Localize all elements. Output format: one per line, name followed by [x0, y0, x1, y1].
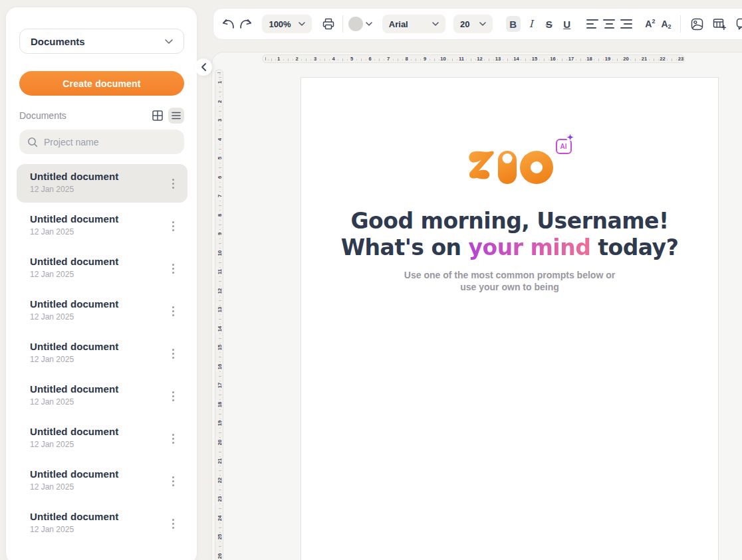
- document-date: 12 Jan 2025: [30, 482, 187, 492]
- document-page[interactable]: AI ✦ Good morning, Username! What's on y…: [301, 77, 719, 560]
- document-list-item[interactable]: Untitled document 12 Jan 2025: [17, 377, 187, 415]
- document-title: Untitled document: [30, 256, 187, 267]
- document-menu-button[interactable]: [168, 218, 178, 234]
- ai-badge: AI ✦: [556, 139, 572, 154]
- grid-view-button[interactable]: [150, 108, 166, 124]
- document-title: Untitled document: [30, 468, 187, 480]
- document-list-item[interactable]: Untitled document 12 Jan 2025: [17, 504, 187, 543]
- redo-icon: [239, 19, 253, 30]
- zio-logo: AI ✦: [467, 149, 553, 184]
- greeting-line1: Good morning, Username!: [301, 208, 718, 234]
- logo-letter-z: [467, 149, 495, 184]
- greeting-subtitle: Use one of the most common prompts below…: [301, 270, 718, 293]
- insert-table-button[interactable]: [711, 15, 729, 33]
- collapse-sidebar-button[interactable]: [195, 58, 212, 76]
- image-icon: [691, 18, 703, 31]
- document-date: 12 Jan 2025: [30, 355, 187, 364]
- search-box[interactable]: [19, 130, 184, 154]
- document-list-item[interactable]: Untitled document 12 Jan 2025: [17, 164, 187, 203]
- logo-letter-o: [520, 151, 553, 184]
- document-date: 12 Jan 2025: [30, 227, 187, 236]
- zoom-select[interactable]: 100%: [262, 15, 312, 33]
- workspace-dropdown[interactable]: Documents: [19, 29, 184, 54]
- document-list-item[interactable]: Untitled document 12 Jan 2025: [17, 334, 187, 373]
- vertical-ruler: 1234567891011121314151617181920212223242…: [215, 69, 223, 560]
- document-menu-button[interactable]: [168, 515, 178, 531]
- bold-button[interactable]: B: [506, 16, 521, 32]
- italic-button[interactable]: I: [524, 16, 539, 32]
- chevron-down-icon: [165, 39, 173, 44]
- document-date: 12 Jan 2025: [30, 397, 187, 407]
- list-view-button[interactable]: [168, 108, 184, 124]
- document-date: 12 Jan 2025: [30, 270, 187, 279]
- strikethrough-button[interactable]: S: [542, 16, 556, 32]
- greeting-highlight: your mind: [469, 234, 591, 260]
- chevron-left-icon: [201, 63, 206, 71]
- align-right-button[interactable]: [618, 15, 635, 33]
- underline-button[interactable]: U: [560, 16, 574, 32]
- font-family-value: Arial: [389, 19, 408, 29]
- color-swatch: [348, 17, 363, 31]
- document-list-item[interactable]: Untitled document 12 Jan 2025: [17, 419, 187, 458]
- align-right-icon: [620, 19, 632, 28]
- document-menu-button[interactable]: [168, 430, 178, 446]
- zoom-value: 100%: [269, 19, 291, 29]
- document-title: Untitled document: [30, 383, 187, 395]
- document-list: Untitled document 12 Jan 2025 Untitled d…: [17, 164, 187, 547]
- comment-button[interactable]: [733, 15, 742, 33]
- insert-image-button[interactable]: [689, 15, 706, 33]
- align-left-button[interactable]: [584, 15, 601, 33]
- document-menu-button[interactable]: [168, 303, 178, 319]
- document-menu-button[interactable]: [168, 175, 178, 191]
- chevron-down-icon: [479, 22, 486, 26]
- document-list-item[interactable]: Untitled document 12 Jan 2025: [17, 292, 187, 330]
- redo-button[interactable]: [237, 15, 255, 33]
- font-size-value: 20: [460, 19, 469, 29]
- document-date: 12 Jan 2025: [30, 312, 187, 322]
- logo-letter-i: [498, 151, 517, 184]
- search-input[interactable]: [44, 137, 164, 147]
- document-date: 12 Jan 2025: [30, 185, 187, 194]
- print-button[interactable]: [320, 15, 337, 33]
- comment-icon: [736, 18, 742, 30]
- editor-canvas: 1234567891011121314151617181920212223 12…: [211, 52, 742, 560]
- superscript-button[interactable]: A2: [643, 16, 658, 32]
- chevron-down-icon: [432, 22, 439, 26]
- document-menu-button[interactable]: [168, 473, 178, 489]
- align-left-icon: [586, 19, 598, 28]
- undo-button[interactable]: [220, 15, 237, 33]
- workspace-dropdown-label: Documents: [31, 36, 85, 47]
- sparkle-icon: ✦: [566, 135, 573, 141]
- document-menu-button[interactable]: [168, 388, 178, 404]
- document-list-header: Documents: [19, 107, 184, 124]
- greeting-heading: Good morning, Username! What's on your m…: [301, 208, 718, 261]
- font-size-select[interactable]: 20: [453, 15, 493, 33]
- chevron-down-icon: [366, 22, 372, 26]
- document-list-title: Documents: [19, 110, 150, 121]
- greeting-line2: What's on your mind today?: [301, 234, 718, 261]
- document-date: 12 Jan 2025: [30, 525, 187, 534]
- color-swatch-select[interactable]: [348, 15, 373, 33]
- document-date: 12 Jan 2025: [30, 440, 187, 449]
- undo-icon: [221, 19, 235, 30]
- document-title: Untitled document: [30, 426, 187, 437]
- document-title: Untitled document: [30, 298, 187, 310]
- chevron-down-icon: [299, 22, 305, 26]
- toolbar: 100% Arial 20 B I S U A2 A2: [213, 8, 742, 40]
- document-list-item[interactable]: Untitled document 12 Jan 2025: [17, 249, 187, 288]
- grid-view-icon: [152, 110, 163, 121]
- document-list-item[interactable]: Untitled document 12 Jan 2025: [17, 207, 187, 245]
- search-icon: [27, 137, 38, 147]
- table-add-icon: [713, 18, 726, 31]
- document-list-item[interactable]: Untitled document 12 Jan 2025: [17, 462, 187, 500]
- font-family-select[interactable]: Arial: [382, 15, 445, 33]
- subscript-button[interactable]: A2: [659, 16, 674, 32]
- document-title: Untitled document: [30, 511, 187, 522]
- sidebar: Documents Create document Documents Unti…: [5, 7, 197, 560]
- create-document-button[interactable]: Create document: [19, 71, 184, 96]
- document-menu-button[interactable]: [168, 260, 178, 276]
- document-menu-button[interactable]: [168, 345, 178, 361]
- printer-icon: [322, 18, 334, 30]
- align-center-button[interactable]: [601, 15, 618, 33]
- logo-row: AI ✦: [301, 149, 718, 184]
